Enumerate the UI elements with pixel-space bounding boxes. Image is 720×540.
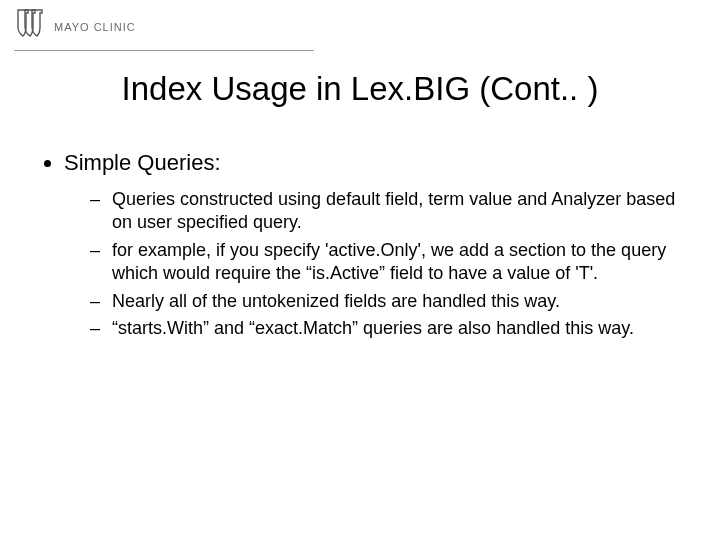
sub-bullet-item: “starts.With” and “exact.Match” queries … — [90, 317, 682, 340]
slide-content: Simple Queries: Queries constructed usin… — [38, 150, 682, 350]
logo: MAYO CLINIC — [14, 8, 136, 46]
logo-text: MAYO CLINIC — [54, 21, 136, 33]
divider — [14, 50, 314, 51]
bullet-list: Simple Queries: Queries constructed usin… — [38, 150, 682, 340]
sub-bullet-text: “starts.With” and “exact.Match” queries … — [112, 318, 634, 338]
bullet-text: Simple Queries: — [64, 150, 221, 175]
slide: MAYO CLINIC Index Usage in Lex.BIG (Cont… — [0, 0, 720, 540]
sub-bullet-list: Queries constructed using default field,… — [64, 188, 682, 340]
mayo-shield-icon — [14, 8, 46, 46]
sub-bullet-item: for example, if you specify 'active.Only… — [90, 239, 682, 286]
sub-bullet-text: Nearly all of the untokenized fields are… — [112, 291, 560, 311]
sub-bullet-text: Queries constructed using default field,… — [112, 189, 675, 232]
sub-bullet-item: Nearly all of the untokenized fields are… — [90, 290, 682, 313]
bullet-item: Simple Queries: Queries constructed usin… — [64, 150, 682, 340]
sub-bullet-item: Queries constructed using default field,… — [90, 188, 682, 235]
slide-title: Index Usage in Lex.BIG (Cont.. ) — [0, 70, 720, 108]
sub-bullet-text: for example, if you specify 'active.Only… — [112, 240, 666, 283]
